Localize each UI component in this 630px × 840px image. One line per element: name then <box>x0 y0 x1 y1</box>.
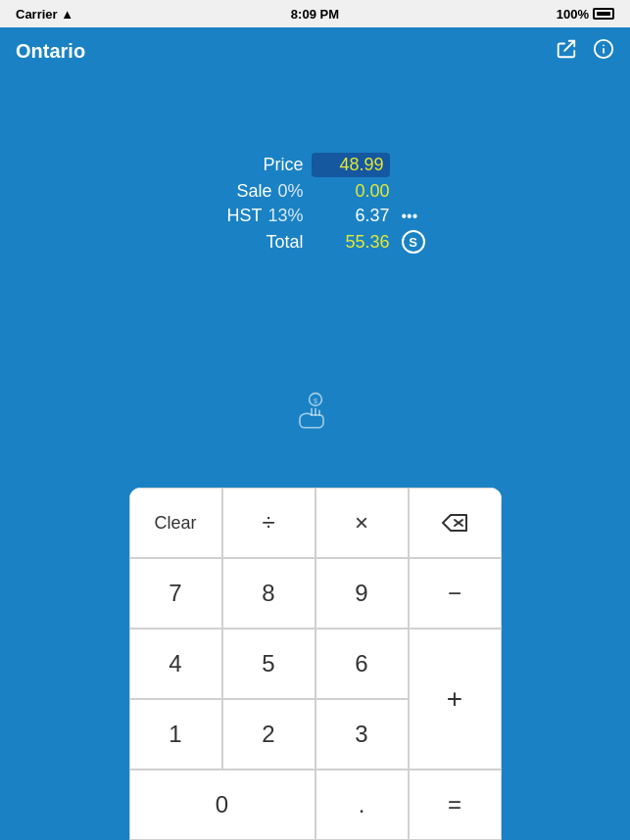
plus-button[interactable]: + <box>409 629 502 770</box>
hst-dots[interactable]: ••• <box>402 208 418 225</box>
svg-text:$: $ <box>313 397 317 405</box>
seven-button[interactable]: 7 <box>129 558 222 629</box>
currency-button[interactable]: S <box>402 230 425 254</box>
sale-percent: 0% <box>277 181 303 202</box>
three-button[interactable]: 3 <box>315 699 409 770</box>
total-label: Total <box>266 232 303 253</box>
sale-label: Sale <box>236 181 271 202</box>
total-value: 55.36 <box>312 232 390 253</box>
two-button[interactable]: 2 <box>222 699 315 770</box>
battery-label: 100% <box>557 7 614 22</box>
calculator: Clear ÷ × 7 8 9 − 4 5 6 + 1 2 3 <box>129 488 502 840</box>
price-label: Price <box>263 155 303 175</box>
status-bar: Carrier ▲ 8:09 PM 100% <box>0 0 630 27</box>
zero-button[interactable]: 0 <box>129 770 315 840</box>
divide-button[interactable]: ÷ <box>222 488 315 558</box>
hst-label: HST <box>226 206 262 226</box>
nav-bar: Ontario <box>0 27 630 74</box>
sale-row: Sale 0% 0.00 <box>206 181 425 202</box>
share-icon[interactable] <box>556 38 577 65</box>
one-button[interactable]: 1 <box>129 699 222 770</box>
svg-line-0 <box>564 40 574 50</box>
decimal-button[interactable]: . <box>315 770 409 840</box>
total-row: Total 55.36 S <box>206 230 425 254</box>
price-display: Price 48.99 Sale 0% 0.00 HST 13% 6.37 ••… <box>206 153 425 254</box>
equals-button[interactable]: = <box>409 770 502 840</box>
hst-value: 6.37 <box>312 206 390 226</box>
clear-button[interactable]: Clear <box>129 488 222 558</box>
eight-button[interactable]: 8 <box>222 558 315 629</box>
payment-icon: $ <box>292 388 339 443</box>
price-row: Price 48.99 <box>206 153 425 177</box>
nine-button[interactable]: 9 <box>315 558 409 629</box>
four-button[interactable]: 4 <box>129 629 222 699</box>
backspace-button[interactable] <box>409 488 502 558</box>
multiply-button[interactable]: × <box>315 488 409 558</box>
page-title: Ontario <box>16 40 85 63</box>
minus-button[interactable]: − <box>409 558 502 629</box>
hst-percent: 13% <box>267 206 303 226</box>
price-value[interactable]: 48.99 <box>312 153 390 177</box>
six-button[interactable]: 6 <box>315 629 409 699</box>
info-icon[interactable] <box>593 38 614 65</box>
time-label: 8:09 PM <box>291 7 339 22</box>
carrier-label: Carrier ▲ <box>16 7 73 22</box>
five-button[interactable]: 5 <box>222 629 315 699</box>
hst-row: HST 13% 6.37 ••• <box>206 206 425 226</box>
main-content: Price 48.99 Sale 0% 0.00 HST 13% 6.37 ••… <box>0 74 630 840</box>
sale-value: 0.00 <box>312 181 390 202</box>
nav-icons <box>556 38 614 65</box>
calc-grid: Clear ÷ × 7 8 9 − 4 5 6 + 1 2 3 <box>129 488 502 840</box>
